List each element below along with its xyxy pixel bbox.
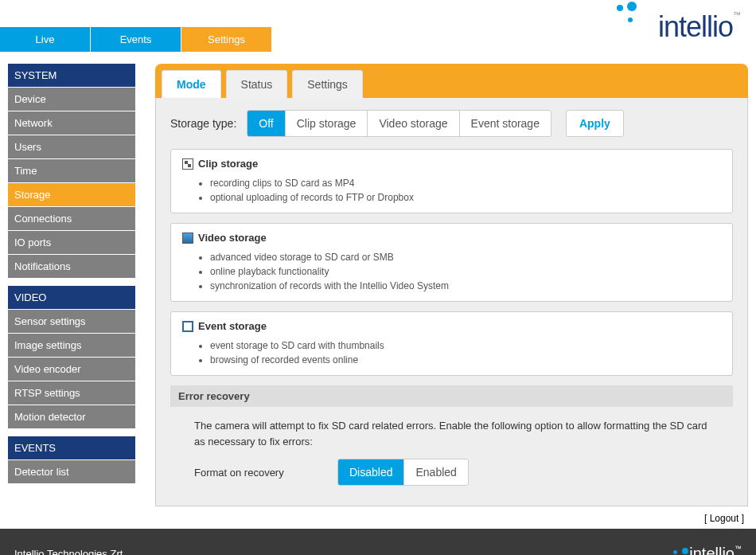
list-item: recording clips to SD card as MP4	[210, 176, 721, 190]
sidebar-item-network[interactable]: Network	[8, 111, 135, 135]
panel: Storage type: OffClip storageVideo stora…	[155, 98, 748, 506]
sidebar-section-events: EVENTS	[8, 436, 135, 459]
footer: Intellio Technologies Zrt. intellio™	[0, 529, 756, 555]
evt-icon	[182, 321, 193, 332]
tab-status[interactable]: Status	[226, 70, 288, 98]
sidebar-item-detector-list[interactable]: Detector list	[8, 459, 135, 483]
error-recovery-text: The camera will attempt to fix SD card r…	[170, 407, 733, 459]
sidebar-section-system: SYSTEM	[8, 64, 135, 87]
tab-settings[interactable]: Settings	[292, 70, 363, 98]
info-box-list: recording clips to SD card as MP4optiona…	[210, 176, 721, 205]
info-box-video-storage: Video storageadvanced video storage to S…	[170, 223, 733, 302]
sidebar-item-motion-detector[interactable]: Motion detector	[8, 405, 135, 428]
topnav-settings[interactable]: Settings	[181, 27, 272, 52]
topnav-events[interactable]: Events	[91, 27, 181, 52]
logo-dots-icon	[617, 2, 637, 25]
footer-logo: intellio™	[673, 545, 742, 555]
top-nav: LiveEventsSettings	[0, 27, 272, 52]
tab-mode[interactable]: Mode	[162, 70, 221, 98]
logout-row: [ Logout ]	[0, 506, 756, 524]
format-on-recovery-row: Format on recovery DisabledEnabled	[170, 459, 733, 494]
info-box-list: event storage to SD card with thumbnails…	[210, 338, 721, 367]
info-box-title: Video storage	[182, 232, 721, 244]
info-box-title: Clip storage	[182, 158, 721, 170]
logout-link[interactable]: Logout	[710, 513, 739, 524]
storage-option-off[interactable]: Off	[247, 111, 284, 136]
footer-dots-icon	[673, 540, 688, 555]
list-item: online playback functionality	[210, 264, 721, 279]
storage-type-row: Storage type: OffClip storageVideo stora…	[170, 110, 733, 137]
storage-type-label: Storage type:	[170, 117, 236, 130]
format-option-enabled[interactable]: Enabled	[403, 459, 467, 485]
clip-icon	[182, 158, 193, 170]
info-box-event-storage: Event storageevent storage to SD card wi…	[170, 311, 733, 376]
format-option-disabled[interactable]: Disabled	[338, 459, 403, 485]
list-item: synchronization of records with the Inte…	[210, 279, 721, 293]
sidebar-item-video-encoder[interactable]: Video encoder	[8, 357, 135, 381]
sidebar-item-io-ports[interactable]: IO ports	[8, 230, 135, 254]
apply-button[interactable]: Apply	[566, 110, 624, 137]
info-box-clip-storage: Clip storagerecording clips to SD card a…	[170, 149, 733, 213]
storage-option-clip-storage[interactable]: Clip storage	[285, 111, 368, 136]
sidebar-item-notifications[interactable]: Notifications	[8, 254, 135, 278]
content: ModeStatusSettings Storage type: OffClip…	[155, 64, 748, 506]
storage-option-video-storage[interactable]: Video storage	[367, 111, 458, 136]
topnav-live[interactable]: Live	[0, 27, 91, 52]
footer-company: Intellio Technologies Zrt.	[14, 548, 126, 555]
list-item: event storage to SD card with thumbnails	[210, 338, 721, 353]
sidebar-item-storage[interactable]: Storage	[8, 182, 135, 206]
info-box-list: advanced video storage to SD card or SMB…	[210, 250, 721, 293]
header: LiveEventsSettings intellio™	[0, 0, 756, 52]
list-item: advanced video storage to SD card or SMB	[210, 250, 721, 264]
list-item: browsing of recorded events online	[210, 353, 721, 367]
format-on-recovery-toggle: DisabledEnabled	[337, 459, 469, 486]
sidebar-item-rtsp-settings[interactable]: RTSP settings	[8, 381, 135, 405]
sidebar-section-video: VIDEO	[8, 286, 135, 309]
storage-type-toggle: OffClip storageVideo storageEvent storag…	[247, 110, 551, 137]
sidebar-item-sensor-settings[interactable]: Sensor settings	[8, 309, 135, 333]
vid-icon	[182, 233, 193, 244]
sidebar: SYSTEMDeviceNetworkUsersTimeStorageConne…	[8, 64, 135, 506]
sidebar-item-device[interactable]: Device	[8, 87, 135, 111]
error-recovery-header: Error recovery	[170, 385, 733, 407]
list-item: optional uploading of records to FTP or …	[210, 190, 721, 205]
storage-option-event-storage[interactable]: Event storage	[459, 111, 551, 136]
sidebar-item-image-settings[interactable]: Image settings	[8, 333, 135, 357]
info-box-title: Event storage	[182, 320, 721, 332]
sidebar-item-connections[interactable]: Connections	[8, 206, 135, 230]
sidebar-item-time[interactable]: Time	[8, 158, 135, 182]
tab-bar: ModeStatusSettings	[155, 64, 748, 98]
brand-logo: intellio™	[658, 10, 740, 44]
format-on-recovery-label: Format on recovery	[194, 467, 321, 479]
main-area: SYSTEMDeviceNetworkUsersTimeStorageConne…	[0, 52, 756, 506]
sidebar-item-users[interactable]: Users	[8, 135, 135, 158]
